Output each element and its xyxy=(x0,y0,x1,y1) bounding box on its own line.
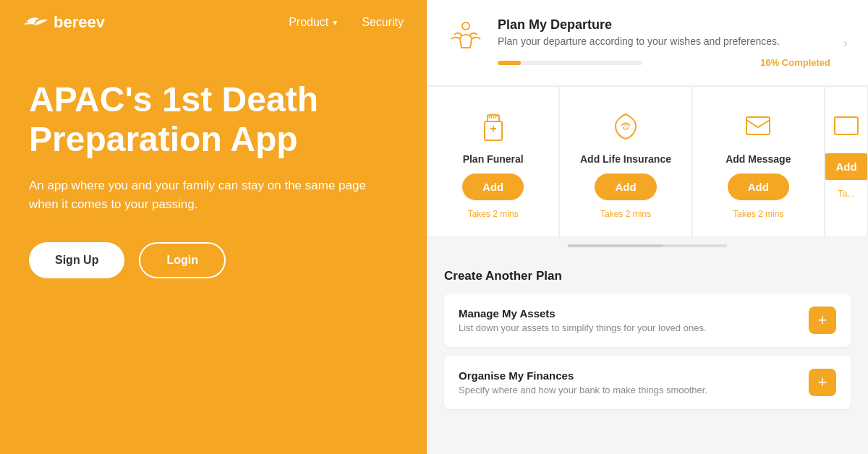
progress-container: 16% Completed xyxy=(498,57,830,68)
insurance-label: Add Life Insurance xyxy=(580,153,671,165)
create-plan-title: Create Another Plan xyxy=(444,269,851,283)
manage-assets-desc: List down your assets to simplify things… xyxy=(459,322,707,333)
funeral-add-button[interactable]: Add xyxy=(462,174,524,200)
action-cards-row: RIP Plan Funeral Add Takes 2 mins xyxy=(427,86,868,237)
action-card-message: Add Message Add Takes 2 mins xyxy=(692,86,825,237)
action-card-more: Add Ta... xyxy=(825,86,868,237)
svg-rect-8 xyxy=(835,117,858,134)
message-add-button[interactable]: Add xyxy=(728,174,789,200)
right-panel: Plan My Departure Plan your departure ac… xyxy=(427,0,868,454)
chevron-right-icon: › xyxy=(843,35,848,51)
create-plan-section: Create Another Plan Manage My Assets Lis… xyxy=(427,254,868,427)
manage-assets-card[interactable]: Manage My Assets List down your assets t… xyxy=(444,294,851,347)
security-nav-link[interactable]: Security xyxy=(362,16,404,29)
message-label: Add Message xyxy=(726,153,791,165)
insurance-time: Takes 2 mins xyxy=(600,209,651,219)
scroll-track xyxy=(568,244,727,247)
action-card-insurance: Add Life Insurance Add Takes 2 mins xyxy=(559,86,692,237)
plan-departure-title: Plan My Departure xyxy=(498,17,830,33)
organise-finances-card[interactable]: Organise My Finances Specify where and h… xyxy=(444,356,851,409)
message-time: Takes 2 mins xyxy=(733,209,783,219)
action-cards-section: RIP Plan Funeral Add Takes 2 mins xyxy=(427,86,868,254)
manage-assets-info: Manage My Assets List down your assets t… xyxy=(459,307,707,333)
navbar: bereev Product ▼ Security xyxy=(0,0,427,45)
nav-links: Product ▼ Security xyxy=(289,16,404,29)
hero-section: APAC's 1st Death Preparation App An app … xyxy=(0,45,427,454)
hero-buttons: Sign Up Login xyxy=(29,242,398,278)
svg-text:RIP: RIP xyxy=(488,113,498,120)
departure-icon xyxy=(447,17,485,55)
funeral-time: Takes 2 mins xyxy=(468,209,519,219)
insurance-add-button[interactable]: Add xyxy=(595,174,656,200)
manage-assets-title: Manage My Assets xyxy=(459,307,707,320)
organise-finances-info: Organise My Finances Specify where and h… xyxy=(459,369,707,395)
scroll-indicator xyxy=(427,237,868,254)
more-time: Ta... xyxy=(838,189,855,199)
hero-subtitle: An app where you and your family can sta… xyxy=(29,176,376,213)
organise-finances-desc: Specify where and how your bank to make … xyxy=(459,385,707,395)
more-icon xyxy=(827,107,865,145)
product-nav-link[interactable]: Product ▼ xyxy=(289,16,339,29)
progress-fill xyxy=(498,61,521,65)
svg-rect-7 xyxy=(746,117,770,134)
action-card-funeral: RIP Plan Funeral Add Takes 2 mins xyxy=(427,86,559,237)
left-panel: bereev Product ▼ Security APAC's 1st Dea… xyxy=(0,0,427,454)
plan-departure-card[interactable]: Plan My Departure Plan your departure ac… xyxy=(427,0,868,86)
organise-finances-add-button[interactable]: + xyxy=(809,369,836,396)
hero-title: APAC's 1st Death Preparation App xyxy=(29,80,398,159)
more-add-button[interactable]: Add xyxy=(825,153,868,180)
funeral-label: Plan Funeral xyxy=(463,153,524,165)
plan-departure-desc: Plan your departure according to your wi… xyxy=(498,35,830,47)
svg-point-1 xyxy=(462,22,469,30)
insurance-icon xyxy=(607,107,644,145)
message-icon xyxy=(739,107,777,145)
progress-label: 16% Completed xyxy=(760,57,830,68)
svg-point-6 xyxy=(623,121,629,127)
svg-point-0 xyxy=(26,22,28,24)
chevron-down-icon: ▼ xyxy=(331,19,339,27)
signup-button[interactable]: Sign Up xyxy=(29,242,124,278)
plan-departure-info: Plan My Departure Plan your departure ac… xyxy=(498,17,830,68)
organise-finances-title: Organise My Finances xyxy=(459,369,707,382)
brand-name: bereev xyxy=(54,13,105,32)
funeral-icon: RIP xyxy=(475,107,512,145)
logo: bereev xyxy=(23,13,105,32)
logo-bird-icon xyxy=(23,13,49,32)
scroll-thumb xyxy=(568,244,663,247)
manage-assets-add-button[interactable]: + xyxy=(809,307,836,334)
progress-track xyxy=(498,61,642,65)
login-button[interactable]: Login xyxy=(139,242,226,278)
